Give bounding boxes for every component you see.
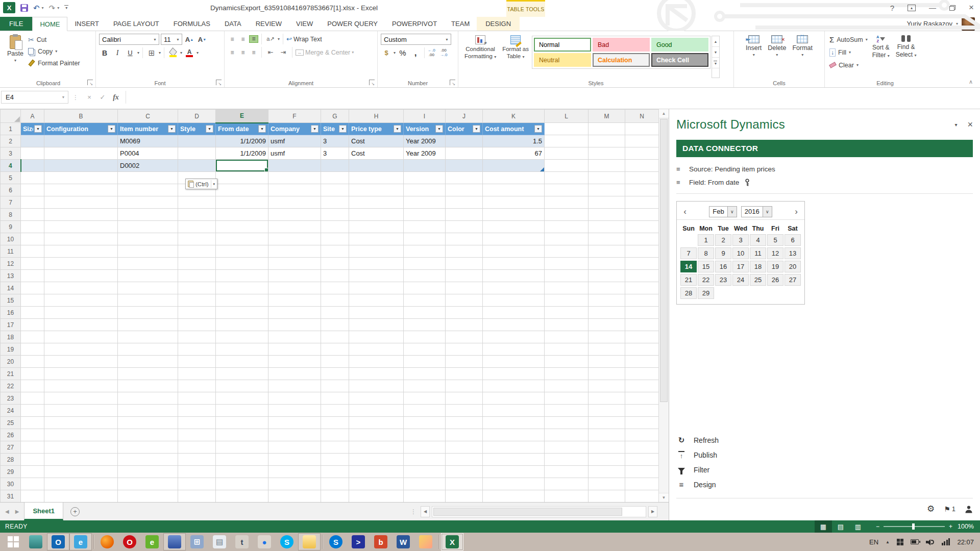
cell-K27[interactable] <box>483 441 545 454</box>
cell-A26[interactable] <box>21 429 44 441</box>
cell-K22[interactable] <box>483 380 545 392</box>
calendar-day-16[interactable]: 16 <box>715 261 731 272</box>
filter-button-cost-amount[interactable]: ▼ <box>534 125 542 133</box>
font-color-icon[interactable]: A <box>185 48 193 57</box>
cell-H13[interactable] <box>349 270 404 282</box>
zoom-slider[interactable] <box>884 526 945 527</box>
cell-M14[interactable] <box>589 282 625 294</box>
format-as-table-button[interactable]: Format as Table ▾ <box>499 34 532 78</box>
cell-F12[interactable] <box>268 258 321 270</box>
cell-L31[interactable] <box>545 490 589 503</box>
word-icon[interactable]: W <box>392 533 414 550</box>
cell-A2[interactable] <box>21 135 44 147</box>
cell-K23[interactable] <box>483 392 545 405</box>
cell-K1[interactable]: Cost amount▼ <box>483 123 545 135</box>
cell-J30[interactable] <box>446 478 483 490</box>
cell-C20[interactable] <box>118 356 178 368</box>
cell-N5[interactable] <box>625 172 659 184</box>
enter-icon[interactable]: ✓ <box>96 93 109 101</box>
cell-K14[interactable] <box>483 282 545 294</box>
filter-button-style[interactable]: ▼ <box>206 125 213 133</box>
orientation-button[interactable]: a↗ <box>265 34 276 44</box>
cell-N13[interactable] <box>625 270 659 282</box>
row-header-14[interactable]: 14 <box>1 282 21 294</box>
autosum-button[interactable]: Σ AutoSum ▾ <box>828 34 869 45</box>
cell-C7[interactable] <box>118 196 178 209</box>
cell-D9[interactable] <box>178 221 216 233</box>
paste-dropdown-icon[interactable]: ▾ <box>14 58 16 63</box>
cell-E22[interactable] <box>216 380 268 392</box>
cell-I23[interactable] <box>404 392 446 405</box>
cell-F15[interactable] <box>268 294 321 307</box>
cell-E15[interactable] <box>216 294 268 307</box>
increase-indent-button[interactable]: ⇥ <box>278 47 289 58</box>
align-center-button[interactable]: ≡ <box>238 48 248 56</box>
column-header-D[interactable]: D <box>178 110 216 123</box>
cell-L24[interactable] <box>545 405 589 417</box>
buildings-icon[interactable] <box>24 533 47 550</box>
cell-E17[interactable] <box>216 319 268 331</box>
cell-B16[interactable] <box>44 307 118 319</box>
excel-icon[interactable]: X <box>441 533 463 550</box>
cell-F9[interactable] <box>268 221 321 233</box>
cell-K10[interactable] <box>483 233 545 245</box>
cell-C16[interactable] <box>118 307 178 319</box>
redo-icon[interactable]: ↷ <box>49 4 56 12</box>
year-select[interactable]: 2016 ∨ <box>741 206 772 217</box>
cell-I18[interactable] <box>404 331 446 343</box>
windows-tray-icon[interactable] <box>897 539 903 545</box>
cell-I14[interactable] <box>404 282 446 294</box>
cell-F28[interactable] <box>268 454 321 466</box>
close-icon[interactable]: × <box>969 3 974 13</box>
cell-E23[interactable] <box>216 392 268 405</box>
name-box-dropdown-icon[interactable]: ▼ <box>59 95 68 99</box>
row-header-4[interactable]: 4 <box>1 160 21 172</box>
cell-M12[interactable] <box>589 258 625 270</box>
cell-F17[interactable] <box>268 319 321 331</box>
cell-G7[interactable] <box>321 196 349 209</box>
cell-H8[interactable] <box>349 209 404 221</box>
filter-button-site[interactable]: ▼ <box>339 125 347 133</box>
accounting-dropdown-icon[interactable]: ▾ <box>394 51 396 55</box>
cell-H7[interactable] <box>349 196 404 209</box>
cell-J25[interactable] <box>446 417 483 429</box>
cell-F22[interactable] <box>268 380 321 392</box>
cell-M22[interactable] <box>589 380 625 392</box>
cell-G23[interactable] <box>321 392 349 405</box>
cell-J12[interactable] <box>446 258 483 270</box>
cell-I8[interactable] <box>404 209 446 221</box>
row-header-5[interactable]: 5 <box>1 172 21 184</box>
cell-M1[interactable] <box>589 123 625 135</box>
contacts-icon[interactable]: ● <box>253 533 276 550</box>
cell-G24[interactable] <box>321 405 349 417</box>
cell-G29[interactable] <box>321 466 349 478</box>
cell-C26[interactable] <box>118 429 178 441</box>
cell-D30[interactable] <box>178 478 216 490</box>
cell-A29[interactable] <box>21 466 44 478</box>
cell-J3[interactable] <box>446 147 483 160</box>
cell-K17[interactable] <box>483 319 545 331</box>
normal-view-icon[interactable]: ▦ <box>815 520 832 533</box>
cell-M11[interactable] <box>589 245 625 258</box>
cell-F26[interactable] <box>268 429 321 441</box>
calendar-day-27[interactable]: 27 <box>785 274 801 286</box>
cell-G26[interactable] <box>321 429 349 441</box>
cell-K26[interactable] <box>483 429 545 441</box>
calendar-day-5[interactable]: 5 <box>767 234 783 246</box>
cell-J31[interactable] <box>446 490 483 503</box>
account-dropdown-icon[interactable]: ▾ <box>956 21 958 26</box>
cell-D25[interactable] <box>178 417 216 429</box>
cell-D16[interactable] <box>178 307 216 319</box>
filter-button[interactable]: Filter <box>676 462 973 477</box>
cell-J20[interactable] <box>446 356 483 368</box>
clipboard-dialog-launcher-icon[interactable] <box>87 80 93 85</box>
tab-data[interactable]: DATA <box>217 17 249 31</box>
cell-E25[interactable] <box>216 417 268 429</box>
cell-D7[interactable] <box>178 196 216 209</box>
calendar-day-4[interactable]: 4 <box>750 234 766 246</box>
cell-M17[interactable] <box>589 319 625 331</box>
cell-C25[interactable] <box>118 417 178 429</box>
outlook-icon[interactable]: O <box>47 533 69 550</box>
cell-G4[interactable] <box>321 160 349 172</box>
calendar-day-18[interactable]: 18 <box>750 261 766 272</box>
